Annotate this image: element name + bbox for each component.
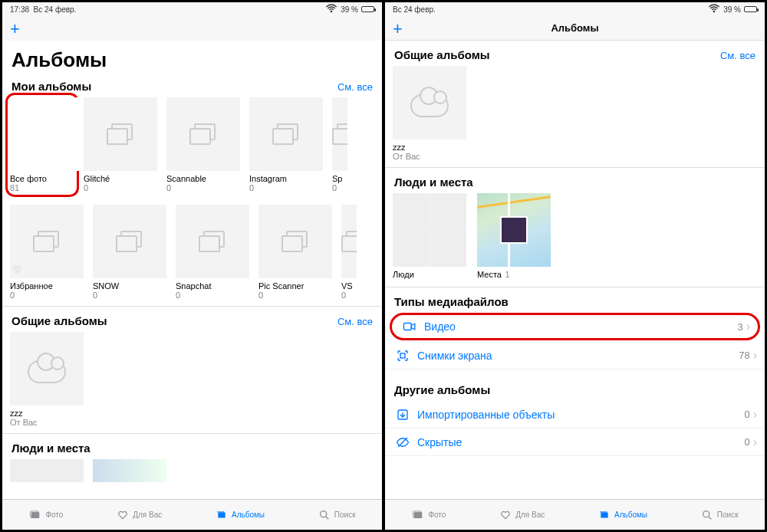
section-title-media-types: Типы медиафайлов [394, 295, 509, 308]
content-right: Общие альбомы См. все zzz От Вас Люди и … [385, 41, 765, 499]
album-count: 0 [332, 183, 347, 192]
tab-for-you[interactable]: Для Вас [116, 510, 162, 521]
album-scannable[interactable]: Scannable 0 [166, 97, 240, 192]
tab-label: Фото [45, 511, 63, 519]
album-glitche[interactable]: Glitché 0 [84, 97, 157, 192]
section-people-places-header: Люди и места [12, 442, 373, 455]
svg-point-0 [331, 11, 332, 11]
photos-icon [411, 510, 425, 521]
media-label: Импортированные объекты [417, 409, 744, 421]
places-item[interactable]: Места 1 [477, 193, 551, 281]
media-row-screenshots[interactable]: Снимки экрана 78 › [385, 342, 765, 369]
album-cutoff[interactable]: Sp 0 [332, 97, 347, 192]
tab-label: Поиск [334, 511, 356, 519]
svg-line-17 [709, 517, 711, 519]
other-row-imported[interactable]: Импортированные объекты 0 › [385, 401, 765, 429]
status-bar: Вс 24 февр. 39 % [385, 2, 765, 16]
album-label: Glitché [84, 174, 157, 183]
stack-icon [272, 123, 300, 145]
tab-albums[interactable]: Альбомы [215, 510, 265, 521]
wifi-icon [708, 2, 720, 16]
section-title-my-albums: Мои альбомы [12, 80, 91, 93]
heart-icon: ♡ [13, 264, 21, 275]
media-label: Снимки экрана [417, 350, 739, 362]
content-left: Альбомы Мои альбомы См. все Все фото 81 … [2, 41, 382, 499]
add-button[interactable]: + [393, 21, 403, 38]
section-my-albums-header: Мои альбомы См. все [12, 80, 373, 93]
media-count: 78 [739, 350, 749, 361]
album-all-photos[interactable]: Все фото 81 [5, 93, 79, 197]
see-all-my-albums[interactable]: См. все [337, 81, 373, 93]
map-thumbnail [477, 193, 551, 267]
people-item[interactable]: Люди [393, 193, 466, 281]
media-count: 0 [744, 409, 749, 420]
battery-icon [361, 6, 374, 12]
tab-label: Альбомы [614, 511, 647, 519]
svg-line-6 [326, 517, 328, 519]
screenshot-icon [396, 349, 413, 363]
album-count: 0 [166, 183, 240, 192]
nav-title: Альбомы [551, 22, 598, 34]
shared-album-zzz-r[interactable]: zzz От Вас [393, 66, 466, 161]
svg-rect-9 [400, 353, 405, 358]
section-shared-header-r: Общие альбомы См. все [394, 48, 755, 61]
section-shared-header: Общие альбомы См. все [12, 314, 373, 327]
see-all-shared[interactable]: См. все [337, 316, 373, 327]
album-count: 0 [341, 291, 357, 300]
svg-point-16 [703, 511, 709, 517]
status-battery-text: 39 % [723, 5, 741, 14]
album-count: 1 [505, 270, 509, 279]
stack-icon [332, 123, 347, 145]
album-grid-row2: ♡ Избранное 0 SNOW 0 Snapchat 0 Pic Scan… [10, 205, 374, 300]
see-all-shared-r[interactable]: См. все [720, 50, 755, 61]
album-count: 0 [176, 291, 249, 300]
tab-albums-r[interactable]: Альбомы [597, 510, 647, 521]
album-sub: От Вас [10, 418, 84, 427]
status-battery-text: 39 % [341, 5, 358, 14]
other-row-hidden[interactable]: Скрытые 0 › [385, 429, 765, 456]
media-row-video[interactable]: Видео 3 › [390, 313, 760, 340]
album-favorites[interactable]: ♡ Избранное 0 [10, 205, 84, 300]
navbar-right: + Альбомы [385, 16, 765, 41]
add-button[interactable]: + [10, 21, 20, 38]
tab-search-r[interactable]: Поиск [700, 510, 739, 521]
shared-album-zzz[interactable]: zzz От Вас [10, 332, 84, 427]
chevron-right-icon: › [753, 435, 757, 449]
svg-point-5 [321, 511, 327, 517]
album-count: 0 [84, 183, 157, 192]
svg-rect-3 [218, 512, 225, 517]
album-count: 0 [93, 291, 166, 300]
wifi-icon [325, 2, 337, 16]
search-icon [700, 510, 714, 521]
shared-grid-r: zzz От Вас [393, 66, 757, 161]
album-label: Места [477, 270, 502, 279]
album-snapchat[interactable]: Snapchat 0 [176, 205, 249, 300]
media-types-list: Видео 3 › Снимки экрана 78 › [385, 313, 765, 369]
stack-icon [199, 231, 226, 252]
stack-icon [341, 231, 357, 252]
chevron-right-icon: › [746, 320, 750, 333]
status-bar: 17:38 Вс 24 февр. 39 % [2, 2, 382, 16]
media-label: Видео [424, 320, 737, 333]
tab-label: Поиск [717, 511, 739, 519]
tab-search[interactable]: Поиск [318, 510, 356, 521]
screen-left: 17:38 Вс 24 февр. 39 % + Альбомы Мои аль… [2, 2, 382, 530]
album-count [417, 270, 420, 279]
album-label: Pic Scanner [258, 281, 332, 291]
album-sub: От Вас [393, 152, 466, 161]
chevron-right-icon: › [753, 408, 757, 422]
album-label: Все фото [10, 174, 74, 183]
shared-grid: zzz От Вас [10, 332, 374, 427]
album-cutoff2[interactable]: VS 0 [341, 205, 357, 300]
album-label: zzz [10, 409, 84, 418]
media-label: Скрытые [417, 436, 744, 448]
album-snow[interactable]: SNOW 0 [93, 205, 166, 300]
tab-label: Фото [428, 511, 446, 519]
tab-photos-r[interactable]: Фото [411, 510, 446, 521]
album-instagram[interactable]: Instagram 0 [249, 97, 323, 192]
album-count: 0 [249, 183, 323, 192]
tab-photos[interactable]: Фото [28, 510, 63, 521]
albums-icon [597, 510, 611, 521]
tab-for-you-r[interactable]: Для Вас [499, 510, 545, 521]
album-pic-scanner[interactable]: Pic Scanner 0 [258, 205, 332, 300]
